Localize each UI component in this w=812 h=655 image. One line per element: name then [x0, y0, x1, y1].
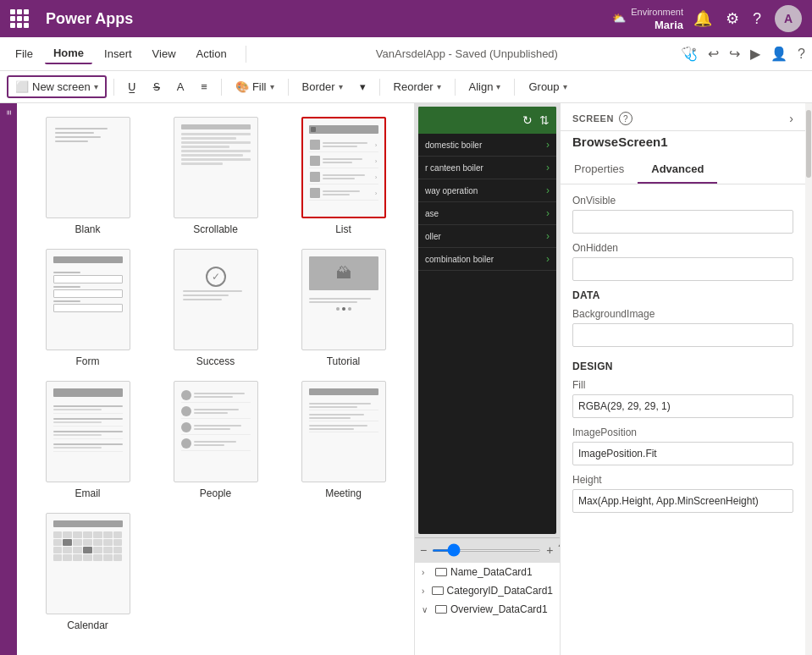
doc-title: VanArsdelApp - Saved (Unpublished) [257, 47, 677, 60]
notifications-button[interactable]: 🔔 [693, 9, 712, 28]
group-button[interactable]: Group ▾ [522, 77, 573, 96]
strip-icon[interactable]: ≡ [4, 110, 14, 115]
align-button[interactable]: Align ▾ [462, 77, 508, 96]
canvas-row-5[interactable]: combination boiler › [418, 248, 556, 271]
border-button[interactable]: Border ▾ [296, 77, 350, 96]
menu-view[interactable]: View [144, 44, 185, 63]
on-visible-input[interactable] [572, 210, 793, 234]
waffle-menu[interactable] [10, 9, 29, 28]
settings-button[interactable]: ⚙ [726, 9, 739, 28]
tab-properties[interactable]: Properties [561, 156, 638, 184]
fill-button[interactable]: 🎨 Fill ▾ [229, 77, 281, 96]
align-text-button[interactable]: ≡ [194, 77, 214, 96]
right-scrollbar[interactable] [805, 103, 812, 655]
template-success-label: Success [196, 355, 235, 367]
chevron-right-icon-0: › [422, 568, 432, 577]
template-blank[interactable]: Blank [30, 117, 145, 235]
design-section-title: DESIGN [572, 361, 793, 372]
height-row: Height [572, 474, 793, 513]
right-scroll-thumb [806, 110, 811, 178]
new-screen-button[interactable]: ⬜ New screen ▾ [7, 75, 107, 98]
template-tutorial[interactable]: 🏔 Tutorial [286, 249, 400, 367]
reorder-chevron-icon: ▾ [437, 82, 441, 91]
top-bar: Power Apps ⛅ Environment Maria 🔔 ⚙ ? A [0, 0, 812, 37]
share-button[interactable]: 👤 [771, 46, 787, 62]
height-input[interactable] [572, 489, 793, 513]
chevron-right-icon-1: › [422, 586, 428, 596]
template-meeting[interactable]: Meeting [286, 381, 400, 499]
template-calendar[interactable]: Calendar [30, 513, 145, 631]
menu-insert[interactable]: Insert [96, 44, 141, 63]
menu-separator [246, 46, 246, 63]
tree-item-2[interactable]: ∨ Overview_DataCard1 [415, 600, 560, 619]
fill-input[interactable] [572, 394, 793, 418]
template-blank-label: Blank [75, 223, 100, 235]
sort-icon[interactable]: ⇅ [539, 113, 550, 127]
zoom-in-icon[interactable]: + [546, 543, 553, 557]
canvas-row-4[interactable]: oller › [418, 225, 556, 248]
zoom-slider[interactable] [432, 549, 541, 552]
template-people[interactable]: People [158, 381, 273, 499]
canvas-row-3[interactable]: ase › [418, 202, 556, 225]
main-area: ≡ Blank [0, 103, 812, 655]
screen-name: BrowseScreen1 [561, 131, 805, 156]
menu-home[interactable]: Home [45, 43, 92, 64]
template-scrollable-label: Scrollable [193, 223, 238, 235]
row-arrow-2: › [546, 184, 550, 196]
help-button[interactable]: ? [753, 10, 761, 28]
help-menu-button[interactable]: ? [798, 47, 805, 62]
menu-file[interactable]: File [7, 44, 41, 63]
fill-row: Fill [572, 379, 793, 418]
on-hidden-row: OnHidden [572, 242, 793, 281]
data-section-title: DATA [572, 289, 793, 301]
toolbar-separator-6 [514, 79, 515, 96]
fill-icon: 🎨 [235, 80, 249, 93]
more-button[interactable]: ▾ [353, 77, 373, 96]
panel-expand-icon[interactable]: › [789, 112, 793, 125]
canvas-row-1[interactable]: r canteen boiler › [418, 157, 556, 179]
tab-advanced[interactable]: Advanced [638, 156, 717, 184]
panel-header: SCREEN ? › [561, 103, 805, 131]
right-panel: SCREEN ? › BrowseScreen1 Properties Adva… [560, 103, 805, 655]
redo-button[interactable]: ↪ [729, 46, 740, 62]
border-chevron-icon: ▾ [339, 82, 343, 91]
fill-chevron-icon: ▾ [270, 82, 274, 91]
underline-button[interactable]: U̲ [121, 77, 143, 96]
toolbar-separator-4 [379, 79, 380, 96]
template-success[interactable]: ✓ Success [158, 249, 273, 367]
menu-right-icons: 🩺 ↩ ↪ ▶ 👤 ? [681, 46, 805, 62]
template-list-thumb: › › [301, 117, 386, 218]
canvas-area: ↻ ⇅ domestic boiler › r canteen boiler ›… [415, 103, 560, 562]
image-position-input[interactable] [572, 442, 793, 465]
on-hidden-input[interactable] [572, 257, 793, 281]
health-icon[interactable]: 🩺 [681, 46, 698, 62]
right-panel-container: SCREEN ? › BrowseScreen1 Properties Adva… [560, 103, 812, 655]
undo-button[interactable]: ↩ [708, 46, 719, 62]
template-calendar-label: Calendar [67, 619, 108, 631]
background-image-input[interactable] [572, 323, 793, 347]
tree-item-0[interactable]: › Name_DataCard1 [415, 563, 560, 581]
play-button[interactable]: ▶ [750, 46, 760, 62]
panel-help-icon[interactable]: ? [619, 112, 632, 125]
template-list[interactable]: › › [286, 117, 400, 235]
template-email[interactable]: Email [30, 381, 145, 499]
template-list-label: List [335, 223, 351, 235]
canvas-row-2[interactable]: way operation › [418, 179, 556, 202]
refresh-icon[interactable]: ↻ [522, 113, 533, 127]
canvas-row-0[interactable]: domestic boiler › [418, 134, 556, 157]
menu-action[interactable]: Action [188, 44, 235, 63]
template-success-thumb: ✓ [174, 249, 258, 350]
datacard-icon-0 [435, 568, 447, 576]
canvas-top-bar: ↻ ⇅ [418, 107, 556, 134]
avatar[interactable]: A [775, 5, 802, 32]
zoom-out-icon[interactable]: − [420, 543, 427, 557]
row-arrow-3: › [546, 207, 550, 219]
reorder-button[interactable]: Reorder ▾ [387, 77, 448, 96]
template-form[interactable]: Form [30, 249, 145, 367]
tree-item-1[interactable]: › CategoryID_DataCard1 [415, 581, 560, 600]
image-position-row: ImagePosition [572, 427, 793, 465]
strikethrough-button[interactable]: S̶ [146, 77, 167, 96]
font-button[interactable]: A [170, 77, 191, 96]
template-email-label: Email [75, 487, 100, 499]
template-scrollable[interactable]: Scrollable [158, 117, 273, 235]
